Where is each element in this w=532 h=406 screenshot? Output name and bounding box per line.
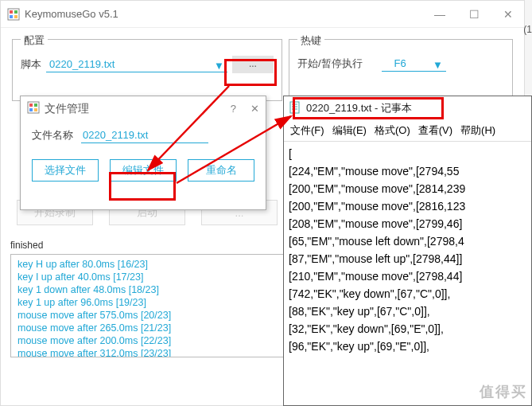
status-text: finished <box>10 240 43 251</box>
notepad-titlebar: 0220_2119.txt - 记事本 <box>284 96 531 120</box>
notepad-caption: 0220_2119.txt - 记事本 <box>306 101 412 115</box>
script-label: 脚本 <box>21 57 41 72</box>
window-title: KeymomuseGo v5.1 <box>25 8 429 20</box>
filename-label: 文件名称 <box>32 128 73 142</box>
choose-file-button[interactable]: 选择文件 <box>32 159 99 182</box>
dialog-close-button[interactable]: ✕ <box>250 103 259 115</box>
text-line: [87,"EM","mouse left up",[2798,44]] <box>289 250 526 267</box>
hotkey-dropdown[interactable]: F6 ▼ <box>382 56 446 72</box>
hotkey-panel: 热键 开始/暂停执行 F6 ▼ <box>289 39 513 101</box>
text-line: [96,"EK","key up",[69,"E",0]], <box>289 338 526 355</box>
menu-view[interactable]: 查看(V) <box>415 122 456 139</box>
text-line: [88,"EK","key up",[67,"C",0]], <box>289 303 526 320</box>
text-line: [32,"EK","key down",[69,"E",0]], <box>289 320 526 338</box>
svg-rect-10 <box>290 102 299 113</box>
chevron-down-icon: ▼ <box>433 59 443 71</box>
svg-rect-8 <box>29 108 33 111</box>
hotkey-panel-title: 热键 <box>297 33 324 48</box>
svg-rect-9 <box>34 108 37 111</box>
config-panel-title: 配置 <box>21 33 48 48</box>
svg-rect-2 <box>14 10 17 14</box>
notepad-content[interactable]: [ [224,"EM","mouse move",[2794,55 [200,"… <box>284 142 531 358</box>
menu-format[interactable]: 格式(O) <box>371 122 414 139</box>
maximize-button[interactable]: ☐ <box>464 6 484 22</box>
script-dropdown[interactable]: 0220_2119.txt ▼ <box>46 57 227 72</box>
file-manager-dialog: 文件管理 ? ✕ 文件名称 选择文件 编辑文件 重命名 <box>20 96 266 210</box>
dialog-title: 文件管理 <box>45 102 226 116</box>
svg-rect-6 <box>29 103 33 107</box>
hotkey-value: F6 <box>385 57 406 69</box>
menu-help[interactable]: 帮助(H) <box>457 122 499 139</box>
config-panel: 配置 脚本 0220_2119.txt ▼ ... <box>12 39 282 101</box>
rename-button[interactable]: 重命名 <box>188 159 254 182</box>
filename-input[interactable] <box>81 127 208 143</box>
svg-rect-7 <box>34 103 37 107</box>
svg-rect-4 <box>14 15 17 18</box>
text-line: [208,"EM","mouse move",[2799,46] <box>289 215 526 232</box>
text-line: [ <box>289 145 526 162</box>
watermark: 值得买 <box>480 382 527 401</box>
notepad-window: 0220_2119.txt - 记事本 文件(F) 编辑(E) 格式(O) 查看… <box>283 96 532 406</box>
svg-rect-3 <box>10 15 13 18</box>
text-line: [224,"EM","mouse move",[2794,55 <box>289 162 526 180</box>
edit-file-button[interactable]: 编辑文件 <box>110 159 177 182</box>
edge-text: (1 <box>523 24 532 35</box>
text-line: [200,"EM","mouse move",[2816,123 <box>289 197 526 215</box>
titlebar: KeymomuseGo v5.1 — ☐ ✕ <box>1 1 524 28</box>
text-line: [210,"EM","mouse move",[2798,44] <box>289 267 526 285</box>
svg-rect-1 <box>10 10 13 14</box>
menu-file[interactable]: 文件(F) <box>287 122 328 139</box>
app-icon <box>7 8 20 21</box>
minimize-button[interactable]: — <box>429 6 450 22</box>
chevron-down-icon: ▼ <box>214 60 224 72</box>
text-line: [65,"EM","mouse left down",[2798,4 <box>289 232 526 250</box>
notepad-icon <box>289 101 301 116</box>
menu-edit[interactable]: 编辑(E) <box>329 122 370 139</box>
browse-button[interactable]: ... <box>232 56 274 73</box>
dialog-icon <box>27 101 40 116</box>
help-button[interactable]: ? <box>231 103 236 115</box>
hotkey-label: 开始/暂停执行 <box>297 57 363 71</box>
script-selected-value: 0220_2119.txt <box>49 58 115 70</box>
text-line: [200,"EM","mouse move",[2814,239 <box>289 180 526 197</box>
text-line: [742,"EK","key down",[67,"C",0]], <box>289 285 526 303</box>
close-button[interactable]: ✕ <box>499 6 518 22</box>
notepad-menubar: 文件(F) 编辑(E) 格式(O) 查看(V) 帮助(H) <box>284 120 531 142</box>
